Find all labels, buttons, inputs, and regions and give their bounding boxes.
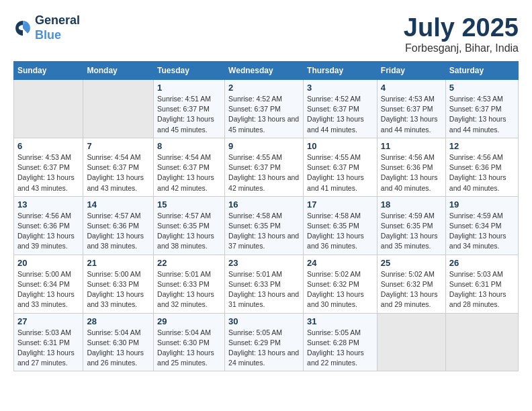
- day-detail: Sunrise: 4:53 AM Sunset: 6:37 PM Dayligh…: [17, 152, 79, 193]
- day-number: 14: [87, 199, 150, 210]
- calendar-cell: 13Sunrise: 4:56 AM Sunset: 6:36 PM Dayli…: [14, 196, 83, 255]
- day-number: 10: [307, 141, 373, 151]
- calendar-cell: 16Sunrise: 4:58 AM Sunset: 6:35 PM Dayli…: [225, 196, 304, 255]
- header-thursday: Thursday: [304, 62, 378, 80]
- day-detail: Sunrise: 4:59 AM Sunset: 6:35 PM Dayligh…: [381, 211, 442, 252]
- day-detail: Sunrise: 5:02 AM Sunset: 6:32 PM Dayligh…: [307, 269, 373, 310]
- day-number: 16: [228, 199, 300, 210]
- day-detail: Sunrise: 5:01 AM Sunset: 6:33 PM Dayligh…: [157, 269, 221, 310]
- calendar-cell: 14Sunrise: 4:57 AM Sunset: 6:36 PM Dayli…: [83, 196, 154, 255]
- day-number: 15: [157, 199, 221, 210]
- day-detail: Sunrise: 5:00 AM Sunset: 6:34 PM Dayligh…: [17, 269, 79, 310]
- calendar-table: SundayMondayTuesdayWednesdayThursdayFrid…: [13, 61, 519, 371]
- day-number: 23: [228, 258, 300, 268]
- page-header: General Blue July 2025 Forbesganj, Bihar…: [13, 13, 519, 54]
- calendar-cell: [445, 313, 518, 371]
- day-number: 28: [87, 316, 150, 326]
- day-number: 24: [307, 258, 373, 268]
- calendar-cell: 24Sunrise: 5:02 AM Sunset: 6:32 PM Dayli…: [304, 255, 378, 313]
- main-title: July 2025: [404, 13, 519, 42]
- day-number: 7: [87, 141, 150, 151]
- calendar-cell: 8Sunrise: 4:54 AM Sunset: 6:37 PM Daylig…: [154, 138, 225, 196]
- calendar-week-row: 27Sunrise: 5:03 AM Sunset: 6:31 PM Dayli…: [14, 313, 519, 371]
- calendar-cell: 5Sunrise: 4:53 AM Sunset: 6:37 PM Daylig…: [445, 80, 518, 138]
- calendar-cell: 29Sunrise: 5:04 AM Sunset: 6:30 PM Dayli…: [154, 313, 225, 371]
- logo-text: General Blue: [35, 13, 80, 42]
- day-detail: Sunrise: 4:57 AM Sunset: 6:35 PM Dayligh…: [157, 211, 221, 252]
- day-number: 9: [228, 141, 300, 151]
- day-detail: Sunrise: 4:59 AM Sunset: 6:34 PM Dayligh…: [449, 211, 515, 252]
- calendar-cell: 25Sunrise: 5:02 AM Sunset: 6:32 PM Dayli…: [377, 255, 445, 313]
- calendar-cell: 17Sunrise: 4:58 AM Sunset: 6:35 PM Dayli…: [304, 196, 378, 255]
- header-tuesday: Tuesday: [154, 62, 225, 80]
- day-detail: Sunrise: 5:05 AM Sunset: 6:29 PM Dayligh…: [228, 328, 300, 369]
- day-detail: Sunrise: 5:03 AM Sunset: 6:31 PM Dayligh…: [17, 328, 79, 369]
- day-number: 8: [157, 141, 221, 151]
- day-detail: Sunrise: 4:58 AM Sunset: 6:35 PM Dayligh…: [307, 211, 373, 252]
- day-number: 25: [381, 258, 442, 268]
- calendar-cell: 21Sunrise: 5:00 AM Sunset: 6:33 PM Dayli…: [83, 255, 154, 313]
- day-number: 11: [381, 141, 442, 151]
- calendar-week-row: 1Sunrise: 4:51 AM Sunset: 6:37 PM Daylig…: [14, 80, 519, 138]
- subtitle: Forbesganj, Bihar, India: [404, 42, 519, 54]
- day-number: 1: [157, 83, 221, 93]
- day-number: 12: [449, 141, 515, 151]
- header-sunday: Sunday: [14, 62, 83, 80]
- day-detail: Sunrise: 5:00 AM Sunset: 6:33 PM Dayligh…: [87, 269, 150, 310]
- day-detail: Sunrise: 5:01 AM Sunset: 6:33 PM Dayligh…: [228, 269, 300, 310]
- day-detail: Sunrise: 5:02 AM Sunset: 6:32 PM Dayligh…: [381, 269, 442, 310]
- calendar-cell: 31Sunrise: 5:05 AM Sunset: 6:28 PM Dayli…: [304, 313, 378, 371]
- calendar-week-row: 20Sunrise: 5:00 AM Sunset: 6:34 PM Dayli…: [14, 255, 519, 313]
- day-detail: Sunrise: 4:53 AM Sunset: 6:37 PM Dayligh…: [381, 94, 442, 135]
- day-number: 6: [17, 141, 79, 151]
- calendar-week-row: 13Sunrise: 4:56 AM Sunset: 6:36 PM Dayli…: [14, 196, 519, 255]
- calendar-cell: 10Sunrise: 4:55 AM Sunset: 6:37 PM Dayli…: [304, 138, 378, 196]
- header-monday: Monday: [83, 62, 154, 80]
- calendar-cell: 15Sunrise: 4:57 AM Sunset: 6:35 PM Dayli…: [154, 196, 225, 255]
- title-block: July 2025 Forbesganj, Bihar, India: [404, 13, 519, 54]
- header-saturday: Saturday: [445, 62, 518, 80]
- calendar-cell: 20Sunrise: 5:00 AM Sunset: 6:34 PM Dayli…: [14, 255, 83, 313]
- calendar-cell: 12Sunrise: 4:56 AM Sunset: 6:36 PM Dayli…: [445, 138, 518, 196]
- day-detail: Sunrise: 4:56 AM Sunset: 6:36 PM Dayligh…: [17, 211, 79, 252]
- day-detail: Sunrise: 4:57 AM Sunset: 6:36 PM Dayligh…: [87, 211, 150, 252]
- day-detail: Sunrise: 4:56 AM Sunset: 6:36 PM Dayligh…: [381, 152, 442, 193]
- calendar-cell: 11Sunrise: 4:56 AM Sunset: 6:36 PM Dayli…: [377, 138, 445, 196]
- calendar-cell: 4Sunrise: 4:53 AM Sunset: 6:37 PM Daylig…: [377, 80, 445, 138]
- day-number: 19: [449, 199, 515, 210]
- day-detail: Sunrise: 4:54 AM Sunset: 6:37 PM Dayligh…: [157, 152, 221, 193]
- calendar-cell: 2Sunrise: 4:52 AM Sunset: 6:37 PM Daylig…: [225, 80, 304, 138]
- day-number: 17: [307, 199, 373, 210]
- header-wednesday: Wednesday: [225, 62, 304, 80]
- calendar-cell: 26Sunrise: 5:03 AM Sunset: 6:31 PM Dayli…: [445, 255, 518, 313]
- day-number: 22: [157, 258, 221, 268]
- day-number: 29: [157, 316, 221, 326]
- day-number: 30: [228, 316, 300, 326]
- day-detail: Sunrise: 4:54 AM Sunset: 6:37 PM Dayligh…: [87, 152, 150, 193]
- calendar-cell: 22Sunrise: 5:01 AM Sunset: 6:33 PM Dayli…: [154, 255, 225, 313]
- calendar-week-row: 6Sunrise: 4:53 AM Sunset: 6:37 PM Daylig…: [14, 138, 519, 196]
- day-detail: Sunrise: 4:55 AM Sunset: 6:37 PM Dayligh…: [228, 152, 300, 193]
- calendar-cell: [83, 80, 154, 138]
- calendar-cell: 9Sunrise: 4:55 AM Sunset: 6:37 PM Daylig…: [225, 138, 304, 196]
- calendar-cell: 6Sunrise: 4:53 AM Sunset: 6:37 PM Daylig…: [14, 138, 83, 196]
- day-detail: Sunrise: 4:55 AM Sunset: 6:37 PM Dayligh…: [307, 152, 373, 193]
- calendar-cell: 19Sunrise: 4:59 AM Sunset: 6:34 PM Dayli…: [445, 196, 518, 255]
- day-number: 27: [17, 316, 79, 326]
- day-number: 21: [87, 258, 150, 268]
- calendar-cell: [377, 313, 445, 371]
- calendar-cell: 27Sunrise: 5:03 AM Sunset: 6:31 PM Dayli…: [14, 313, 83, 371]
- day-detail: Sunrise: 5:05 AM Sunset: 6:28 PM Dayligh…: [307, 328, 373, 369]
- calendar-cell: 28Sunrise: 5:04 AM Sunset: 6:30 PM Dayli…: [83, 313, 154, 371]
- day-detail: Sunrise: 4:53 AM Sunset: 6:37 PM Dayligh…: [449, 94, 515, 135]
- day-number: 13: [17, 199, 79, 210]
- calendar-header-row: SundayMondayTuesdayWednesdayThursdayFrid…: [14, 62, 519, 80]
- logo-icon: [13, 19, 32, 38]
- header-friday: Friday: [377, 62, 445, 80]
- day-number: 20: [17, 258, 79, 268]
- calendar-cell: 1Sunrise: 4:51 AM Sunset: 6:37 PM Daylig…: [154, 80, 225, 138]
- day-number: 2: [228, 83, 300, 93]
- day-number: 4: [381, 83, 442, 93]
- calendar-cell: 7Sunrise: 4:54 AM Sunset: 6:37 PM Daylig…: [83, 138, 154, 196]
- day-detail: Sunrise: 4:58 AM Sunset: 6:35 PM Dayligh…: [228, 211, 300, 252]
